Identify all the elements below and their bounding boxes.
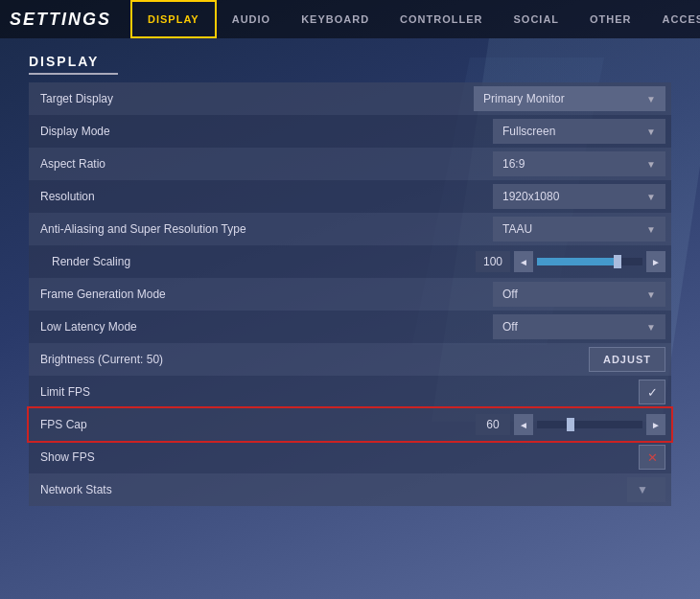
row-frame-gen: Frame Generation Mode Off ▼: [29, 278, 671, 311]
control-display-mode: Fullscreen ▼: [441, 115, 671, 148]
label-show-fps: Show FPS: [29, 441, 441, 473]
adjust-button[interactable]: ADJUST: [589, 347, 665, 372]
dropdown-frame-gen-value: Off: [502, 288, 518, 301]
row-target-display: Target Display Primary Monitor ▼: [29, 82, 671, 115]
show-fps-checkbox[interactable]: ✕: [639, 445, 665, 470]
app-title: SETTINGS: [10, 10, 111, 30]
label-fps-cap: FPS Cap: [29, 408, 441, 441]
label-aa-type: Anti-Aliasing and Super Resolution Type: [29, 213, 441, 245]
dropdown-display-mode-value: Fullscreen: [502, 125, 555, 138]
fps-cap-value: 60: [476, 414, 510, 435]
row-brightness: Brightness (Current: 50) ADJUST: [29, 343, 671, 376]
tab-social[interactable]: SOCIAL: [498, 0, 574, 38]
control-aa-type: TAAU ▼: [441, 213, 671, 245]
tab-display[interactable]: DISPLAY: [130, 0, 217, 38]
control-aspect-ratio: 16:9 ▼: [441, 148, 671, 180]
dropdown-display-mode[interactable]: Fullscreen ▼: [493, 119, 665, 144]
render-scaling-track[interactable]: [537, 258, 642, 265]
render-scaling-increase-btn[interactable]: ►: [646, 251, 665, 272]
row-show-fps: Show FPS ✕: [29, 441, 671, 473]
label-low-latency: Low Latency Mode: [29, 311, 441, 343]
main-content: DISPLAY Target Display Primary Monitor ▼…: [29, 53, 671, 580]
tab-audio[interactable]: AUDIO: [217, 0, 286, 38]
render-scaling-decrease-btn[interactable]: ◄: [514, 251, 533, 272]
control-fps-cap: 60 ◄ ►: [441, 408, 671, 441]
dropdown-frame-gen-arrow: ▼: [646, 289, 656, 300]
top-nav-bar: SETTINGS DISPLAY AUDIO KEYBOARD CONTROLL…: [0, 0, 700, 38]
label-limit-fps: Limit FPS: [29, 376, 441, 408]
section-title: DISPLAY: [29, 54, 118, 75]
dropdown-target-display-arrow: ▼: [646, 94, 656, 104]
control-render-scaling: 100 ◄ ►: [441, 245, 671, 278]
fps-cap-fill: [537, 421, 569, 428]
fps-cap-track[interactable]: [537, 421, 642, 428]
control-resolution: 1920x1080 ▼: [441, 180, 671, 213]
dropdown-frame-gen[interactable]: Off ▼: [493, 282, 665, 307]
dropdown-resolution-value: 1920x1080: [502, 190, 559, 203]
row-network-stats: Network Stats ▼: [29, 473, 671, 506]
label-display-mode: Display Mode: [29, 115, 441, 148]
tab-accessibility[interactable]: ACCESSIBILITY: [647, 0, 700, 38]
dropdown-network-stats[interactable]: ▼: [627, 477, 665, 502]
label-frame-gen: Frame Generation Mode: [29, 278, 441, 311]
row-limit-fps: Limit FPS ✓: [29, 376, 671, 408]
render-scaling-thumb[interactable]: [614, 255, 621, 268]
dropdown-aspect-ratio-arrow: ▼: [646, 159, 656, 170]
row-low-latency: Low Latency Mode Off ▼: [29, 311, 671, 343]
tab-controller[interactable]: CONTROLLER: [385, 0, 498, 38]
dropdown-resolution-arrow: ▼: [646, 192, 656, 202]
control-limit-fps: ✓: [441, 376, 671, 408]
render-scaling-slider-control: 100 ◄ ►: [476, 251, 665, 272]
fps-cap-decrease-btn[interactable]: ◄: [514, 414, 533, 435]
row-resolution: Resolution 1920x1080 ▼: [29, 180, 671, 213]
dropdown-target-display[interactable]: Primary Monitor ▼: [474, 86, 665, 111]
dropdown-aspect-ratio-value: 16:9: [502, 157, 525, 171]
fps-cap-slider-control: 60 ◄ ►: [476, 414, 665, 435]
label-resolution: Resolution: [29, 180, 441, 213]
control-target-display: Primary Monitor ▼: [441, 82, 671, 115]
limit-fps-checkbox[interactable]: ✓: [639, 380, 665, 404]
dropdown-low-latency-arrow: ▼: [646, 322, 656, 333]
dropdown-target-display-value: Primary Monitor: [483, 92, 565, 105]
label-render-scaling: Render Scaling: [29, 245, 441, 278]
control-frame-gen: Off ▼: [441, 278, 671, 311]
dropdown-display-mode-arrow: ▼: [646, 127, 656, 137]
label-target-display: Target Display: [29, 82, 441, 115]
control-show-fps: ✕: [441, 441, 671, 473]
limit-fps-control: ✓: [441, 380, 665, 404]
label-aspect-ratio: Aspect Ratio: [29, 148, 441, 180]
dropdown-resolution[interactable]: 1920x1080 ▼: [493, 184, 665, 209]
fps-cap-increase-btn[interactable]: ►: [646, 414, 665, 435]
label-brightness: Brightness (Current: 50): [29, 343, 441, 376]
row-aa-type: Anti-Aliasing and Super Resolution Type …: [29, 213, 671, 245]
row-render-scaling: Render Scaling 100 ◄ ►: [29, 245, 671, 278]
tab-keyboard[interactable]: KEYBOARD: [286, 0, 385, 38]
control-low-latency: Off ▼: [441, 311, 671, 343]
settings-table: Target Display Primary Monitor ▼ Display…: [29, 82, 671, 506]
dropdown-low-latency-value: Off: [502, 320, 518, 334]
dropdown-low-latency[interactable]: Off ▼: [493, 314, 665, 339]
row-display-mode: Display Mode Fullscreen ▼: [29, 115, 671, 148]
control-brightness: ADJUST: [441, 343, 671, 376]
control-network-stats: ▼: [441, 473, 671, 506]
dropdown-aa-type-value: TAAU: [502, 222, 532, 236]
render-scaling-fill: [537, 258, 617, 265]
row-fps-cap: FPS Cap 60 ◄ ►: [29, 408, 671, 441]
label-network-stats: Network Stats: [29, 473, 441, 506]
fps-cap-thumb[interactable]: [567, 418, 574, 431]
dropdown-network-stats-arrow: ▼: [637, 483, 648, 496]
dropdown-aspect-ratio[interactable]: 16:9 ▼: [493, 151, 665, 176]
row-aspect-ratio: Aspect Ratio 16:9 ▼: [29, 148, 671, 180]
dropdown-aa-type-arrow: ▼: [646, 224, 656, 235]
dropdown-aa-type[interactable]: TAAU ▼: [493, 217, 665, 242]
render-scaling-value: 100: [476, 251, 510, 272]
tab-other[interactable]: OTHER: [574, 0, 647, 38]
